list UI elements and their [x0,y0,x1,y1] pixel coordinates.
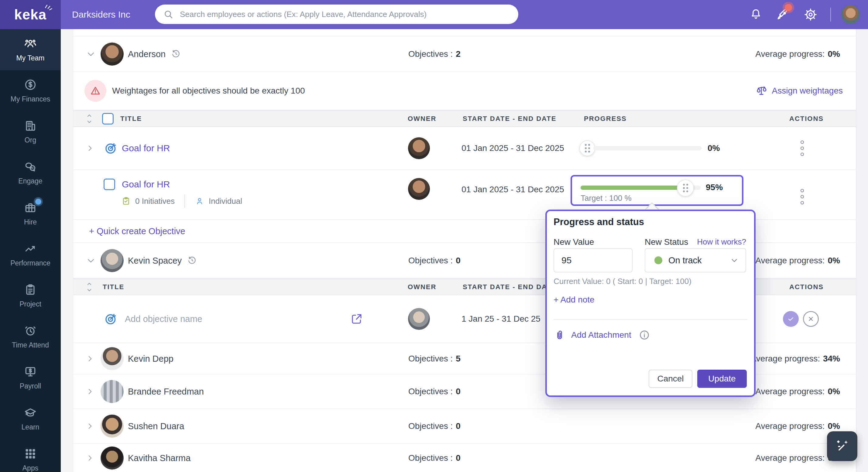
select-all-checkbox[interactable] [102,113,114,125]
global-search[interactable] [155,5,518,24]
settings-gear-icon[interactable] [797,8,824,22]
update-button[interactable]: Update [697,370,747,388]
objectives-label: Objectives : [408,387,453,396]
notifications-bell-icon[interactable] [742,8,770,21]
progress-bar-fill [581,186,689,190]
cancel-button[interactable]: Cancel [649,370,692,388]
status-select[interactable]: On track [645,248,746,273]
column-owner: OWNER [408,283,436,291]
sidebar-item-engage[interactable]: Engage [0,152,61,193]
team-row-kavitha-sharma[interactable]: Kavitha Sharma Objectives :0 Average pro… [73,444,856,472]
sidebar-item-apps[interactable]: Apps [0,439,61,472]
expand-chevron-right-icon[interactable] [86,355,94,363]
progress-percent: 95% [706,183,723,192]
expand-chevron-right-icon[interactable] [86,422,94,430]
sidebar-item-project[interactable]: Project [0,275,61,316]
magic-wand-button[interactable] [827,431,857,461]
add-attachment-link[interactable]: Add Attachment [571,330,631,340]
progress-drag-handle[interactable] [677,180,694,196]
objective-name-input[interactable] [124,314,296,324]
expand-chevron-right-icon[interactable] [86,454,94,462]
avg-progress-value: 0% [828,421,840,431]
popup-divider [554,319,747,320]
org-building-icon [24,119,37,132]
user-avatar[interactable] [841,5,860,24]
objective-title-link[interactable]: Goal for HR [122,179,170,190]
collapse-chevron-down-icon[interactable] [86,256,95,265]
row-actions-kebab-icon[interactable] [801,140,804,156]
objective-target-icon [103,141,118,156]
objective-dates: 1 Jan 25 - 31 Dec 25 [462,314,540,324]
avg-progress-value: 0% [828,49,840,59]
info-icon[interactable] [639,329,650,341]
column-owner: OWNER [408,115,436,123]
avg-progress-label: Average progress: [755,387,825,396]
sidebar-item-learn[interactable]: Learn [0,398,61,439]
cancel-x-button[interactable] [803,311,819,327]
column-dates: START DATE - END DATE [463,115,556,123]
objectives-count: 5 [456,354,461,363]
sidebar-item-performance[interactable]: Performance [0,234,61,275]
status-dot-green [654,256,662,264]
objectives-count: 2 [456,49,461,59]
assign-weightages-link[interactable]: Assign weightages [755,85,843,97]
member-name: Kevin Depp [128,353,174,364]
objectives-label: Objectives : [408,421,453,431]
new-status-label: New Status [645,237,688,247]
history-icon[interactable] [187,256,197,265]
add-note-link[interactable]: + Add note [554,295,595,305]
search-input[interactable] [179,9,518,20]
external-link-icon[interactable] [350,313,363,325]
current-value-line: Current Value: 0 ( Start: 0 | Target: 10… [554,277,691,286]
progress-drag-handle[interactable] [579,140,595,156]
row-checkbox[interactable] [103,179,115,190]
popup-title: Progress and status [554,217,644,227]
confirm-check-button[interactable] [783,311,799,327]
row-actions-kebab-icon[interactable] [801,189,804,204]
magic-wand-icon [834,438,850,454]
sidebar-item-hire[interactable]: Hire [0,193,61,234]
sort-icon[interactable] [85,282,93,292]
avg-progress-label: Average progress: [755,49,825,59]
sidebar-item-org[interactable]: Org [0,111,61,152]
member-name: Anderson [128,49,165,59]
keka-logo[interactable]: keka [0,0,61,29]
brand-text: keka [14,7,46,23]
progress-bar-track[interactable] [593,146,702,150]
scrollbar-track[interactable] [856,29,868,472]
collapse-chevron-down-icon[interactable] [86,50,95,59]
objective-target-icon [103,312,118,326]
sidebar-item-payroll[interactable]: Payroll [0,357,61,398]
avg-progress-label: Average progress: [755,453,825,463]
sidebar-item-my-finances[interactable]: My Finances [0,70,61,111]
whats-new-rocket-icon[interactable] [770,8,797,22]
avatar [100,446,124,470]
selected-progress-cell[interactable]: 95% Target : 100 % [570,175,743,206]
team-row-sushen-duara[interactable]: Sushen Duara Objectives :0 Average progr… [73,409,856,444]
sidebar-item-time-attend[interactable]: Time Attend [0,316,61,357]
expand-chevron-right-icon[interactable] [86,144,94,152]
member-name: Kavitha Sharma [128,453,190,463]
keka-app: keka Darksiders Inc [0,0,868,472]
objectives-label: Objectives : [408,354,453,363]
objective-dates: 01 Jan 2025 - 31 Dec 2025 [462,185,564,194]
objective-title-link[interactable]: Goal for HR [122,143,170,153]
objectives-count: 0 [456,421,461,431]
apps-grid-icon [24,447,37,461]
column-title: TITLE [120,115,142,123]
performance-trend-icon [24,242,37,255]
avg-progress-value: 34% [823,354,840,363]
new-value-label: New Value [554,237,594,247]
expand-chevron-right-icon[interactable] [86,387,94,396]
sidebar-nav: My Team My Finances Org Engage Hire [0,29,61,472]
sort-icon[interactable] [85,113,93,124]
how-it-works-link[interactable]: How it works? [697,237,746,247]
history-icon[interactable] [171,49,181,59]
warning-text: Weightages for all objectives should be … [112,86,305,96]
sidebar-item-my-team[interactable]: My Team [0,29,61,70]
owner-avatar [408,137,430,159]
new-value-input[interactable] [554,248,632,273]
team-row-anderson[interactable]: Anderson Objectives :2 Average progress:… [73,36,856,72]
payroll-monitor-icon [24,365,37,378]
quick-create-objective-link[interactable]: + Quick create Objective [89,226,185,236]
